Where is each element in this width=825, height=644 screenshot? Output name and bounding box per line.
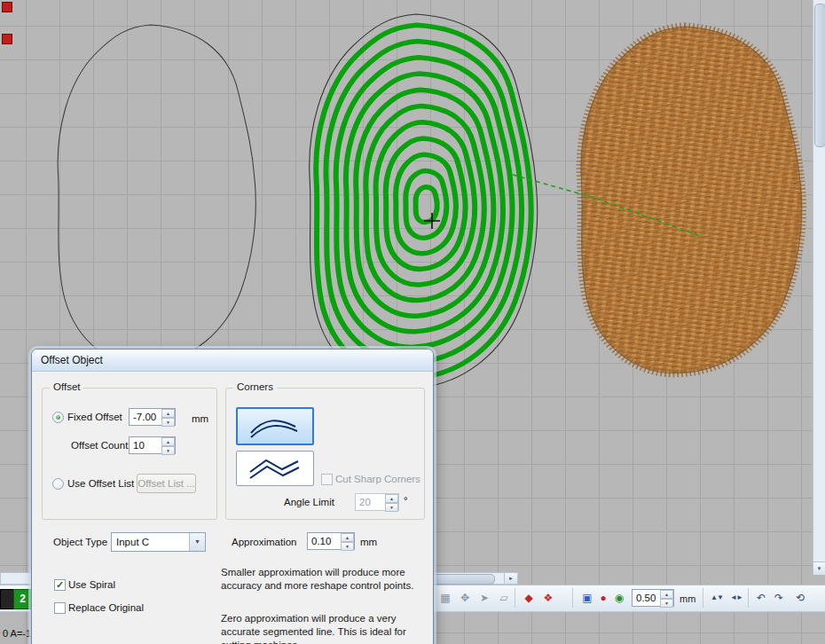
offset-list-button[interactable]: Offset List ... [137, 474, 196, 493]
offset-group: Offset Fixed Offset -7.00 ▲ ▼ mm Offset … [42, 388, 217, 520]
offset-object-dialog: Offset Object Offset Fixed Offset -7.00 … [31, 349, 434, 644]
use-offset-list-label[interactable]: Use Offset List [67, 478, 134, 489]
dialog-title: Offset Object [32, 349, 103, 366]
approximation-label: Approximation [232, 537, 297, 547]
outline-shape[interactable] [58, 25, 255, 365]
angle-limit-field[interactable]: 20 ▲ ▼ [355, 493, 399, 511]
use-spiral-checkbox[interactable]: ✓ [54, 579, 66, 591]
node-point-icon[interactable]: ● [594, 589, 612, 607]
palette-black-swatch[interactable] [0, 589, 14, 609]
zero-approximation-help-text: Zero approximation will produce a very a… [221, 612, 428, 644]
hscroll-right-button[interactable]: ► [504, 573, 517, 584]
rounded-corner-button[interactable] [236, 407, 314, 445]
fixed-offset-field[interactable]: -7.00 ▲ ▼ [129, 408, 176, 426]
rotate-cw-icon[interactable]: ↷ [770, 589, 788, 607]
vscroll-thumb[interactable] [814, 4, 825, 147]
replace-original-checkbox[interactable] [54, 602, 66, 614]
block-select-icon[interactable]: ▣ [578, 589, 596, 607]
select-tool-icon[interactable]: ▦ [436, 589, 454, 607]
dialog-titlebar[interactable]: Offset Object [32, 349, 433, 372]
stitch-points-icon[interactable]: ❖ [539, 589, 557, 607]
approximation-spinner[interactable]: ▲ ▼ [341, 533, 354, 549]
selection-marker-icon [2, 2, 12, 12]
offset-group-label: Offset [50, 381, 83, 392]
angle-limit-unit: ° [404, 495, 408, 506]
toolbar-separator [515, 588, 515, 608]
replace-original-label[interactable]: Replace Original [68, 602, 144, 613]
angle-limit-label: Angle Limit [284, 497, 334, 507]
stitch-shape[interactable] [581, 27, 802, 373]
spin-down-icon[interactable]: ▼ [161, 418, 175, 427]
toolbar-separator [703, 588, 703, 608]
spin-down-icon[interactable]: ▼ [660, 599, 673, 608]
corners-group: Corners Cut Sharp Corners Angle Limit 20 [225, 388, 425, 520]
spin-down-icon[interactable]: ▼ [341, 542, 354, 551]
spin-up-icon[interactable]: ▲ [161, 437, 175, 446]
mirror-vertical-icon[interactable]: ▲▼ [708, 589, 726, 607]
offset-count-field[interactable]: 10 ▲ ▼ [129, 436, 176, 454]
approximation-help-text: Smaller approximation will produce more … [221, 566, 428, 593]
selection-marker-icon [2, 34, 12, 44]
use-spiral-label[interactable]: Use Spiral [68, 579, 115, 590]
reshape-tool-icon[interactable]: ✥ [456, 589, 474, 607]
object-type-combobox[interactable]: Input C ▼ [111, 532, 206, 552]
stitch-length-spinner[interactable]: ▲ ▼ [660, 590, 673, 606]
toolbar-separator [572, 588, 573, 608]
spin-up-icon[interactable]: ▲ [385, 494, 398, 503]
stitch-player-icon[interactable]: ➤ [475, 589, 493, 607]
cut-sharp-corners-label: Cut Sharp Corners [335, 474, 420, 484]
spin-up-icon[interactable]: ▲ [660, 590, 673, 599]
entry-exit-icon[interactable]: ◉ [610, 589, 628, 607]
rounded-corner-icon [247, 414, 303, 439]
cut-sharp-corners-checkbox[interactable] [321, 474, 333, 485]
angle-limit-value[interactable]: 20 [356, 494, 385, 510]
fixed-offset-radio[interactable] [52, 412, 64, 423]
rotate-45-icon[interactable]: ⟲ [791, 589, 809, 607]
sharp-corner-button[interactable] [236, 451, 314, 486]
sharp-corner-icon [247, 456, 303, 481]
application-window: ▼ ► ▦ ✥ ➤ ▱ ◆ ❖ ▣ ● ◉ 0.50 ▲ ▼ mm ▲▼ ◄► … [0, 0, 825, 644]
toolbar-separator [748, 588, 749, 608]
shape-tool-icon[interactable]: ▱ [495, 589, 513, 607]
stitch-length-value[interactable]: 0.50 [632, 590, 660, 606]
spin-up-icon[interactable]: ▲ [161, 409, 175, 418]
fixed-offset-unit: mm [192, 413, 208, 424]
vscroll-down-button[interactable]: ▼ [813, 562, 825, 575]
angle-limit-spinner[interactable]: ▲ ▼ [385, 494, 398, 510]
stitch-length-unit: mm [680, 593, 695, 604]
object-type-value[interactable]: Input C [112, 533, 189, 551]
fixed-offset-label[interactable]: Fixed Offset [67, 412, 122, 422]
dropdown-arrow-icon[interactable]: ▼ [189, 533, 205, 551]
spin-up-icon[interactable]: ▲ [341, 533, 354, 542]
mirror-horizontal-icon[interactable]: ◄► [727, 589, 745, 607]
approximation-field[interactable]: 0.10 ▲ ▼ [307, 532, 355, 550]
approximation-unit: mm [360, 537, 377, 547]
object-type-label: Object Type [53, 537, 107, 547]
offset-count-label: Offset Count [71, 440, 128, 451]
vertical-scrollbar[interactable]: ▼ [813, 0, 825, 575]
use-offset-list-radio[interactable] [52, 478, 64, 490]
offset-fill-shape[interactable] [310, 14, 538, 389]
corners-group-label: Corners [233, 381, 277, 392]
fixed-offset-spinner[interactable]: ▲ ▼ [161, 409, 175, 425]
stitch-length-field[interactable]: 0.50 ▲ ▼ [632, 589, 674, 607]
offset-count-spinner[interactable]: ▲ ▼ [161, 437, 175, 453]
approximation-value[interactable]: 0.10 [308, 533, 341, 549]
fixed-offset-value[interactable]: -7.00 [130, 409, 161, 425]
spin-down-icon[interactable]: ▼ [385, 503, 398, 512]
spin-down-icon[interactable]: ▼ [161, 446, 175, 455]
offset-count-value[interactable]: 10 [130, 437, 161, 453]
active-color-swatch[interactable]: 2 [13, 589, 32, 609]
rotate-ccw-icon[interactable]: ↶ [752, 589, 770, 607]
stitch-marker-icon[interactable]: ◆ [520, 589, 538, 607]
